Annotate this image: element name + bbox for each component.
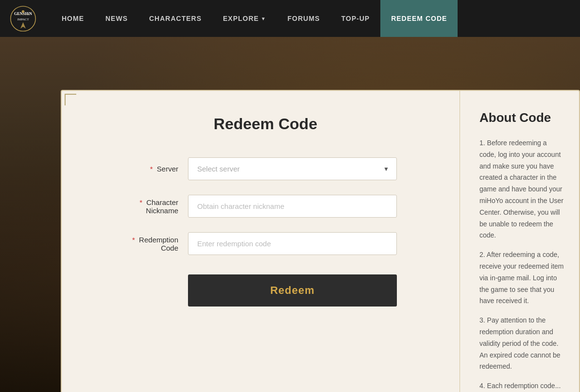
nav-item-home[interactable]: HOME (51, 0, 95, 37)
nav-item-forums[interactable]: FORUMS (277, 0, 331, 37)
nav-item-topup[interactable]: TOP-UP (330, 0, 380, 37)
chevron-down-icon: ▼ (261, 16, 266, 21)
logo-icon: GENSHiN IMPACT (10, 5, 36, 32)
code-label: * RedemptionCode (101, 236, 178, 252)
required-star-2: * (139, 198, 142, 206)
svg-text:IMPACT: IMPACT (17, 17, 29, 21)
required-star-3: * (132, 236, 135, 244)
code-input-wrap (188, 232, 397, 255)
nav-item-characters[interactable]: CHARACTERS (138, 0, 212, 37)
server-select[interactable]: Select server Asia Europe America SAR (188, 157, 397, 180)
card-corner-tl (65, 94, 76, 105)
navbar: GENSHiN IMPACT HOME NEWS CHARACTERS EXPL… (0, 0, 580, 37)
about-point-3: 3. Pay attention to the redemption durat… (479, 315, 564, 373)
logo[interactable]: GENSHiN IMPACT (10, 5, 36, 32)
nickname-input[interactable] (188, 195, 397, 218)
main-card: Redeem Code * Server Select server Asia … (61, 90, 580, 392)
server-label: * Server (101, 165, 178, 173)
about-title: About Code (479, 110, 564, 125)
about-point-1: 1. Before redeeming a code, log into you… (479, 137, 564, 241)
about-section: About Code 1. Before redeeming a code, l… (460, 91, 579, 392)
form-section: Redeem Code * Server Select server Asia … (62, 91, 460, 392)
code-row: * RedemptionCode (101, 232, 430, 255)
about-point-2: 2. After redeeming a code, receive your … (479, 249, 564, 307)
nickname-input-wrap (188, 195, 397, 218)
svg-point-4 (22, 10, 25, 13)
nav-item-redeem[interactable]: REDEEM CODE (380, 0, 458, 37)
code-input[interactable] (188, 232, 397, 255)
nickname-row: * CharacterNickname (101, 195, 430, 218)
server-select-wrapper: Select server Asia Europe America SAR (188, 157, 397, 180)
about-text: 1. Before redeeming a code, log into you… (479, 137, 564, 392)
nav-item-news[interactable]: NEWS (95, 0, 138, 37)
about-point-4: 4. Each redemption code... (479, 380, 564, 392)
nickname-label: * CharacterNickname (101, 198, 178, 215)
nav-links: HOME NEWS CHARACTERS EXPLORE ▼ FORUMS TO… (51, 0, 570, 37)
required-star: * (150, 165, 153, 173)
form-title: Redeem Code (101, 115, 430, 133)
nav-item-explore[interactable]: EXPLORE ▼ (212, 0, 277, 37)
redeem-button[interactable]: Redeem (188, 274, 397, 307)
server-row: * Server Select server Asia Europe Ameri… (101, 157, 430, 180)
